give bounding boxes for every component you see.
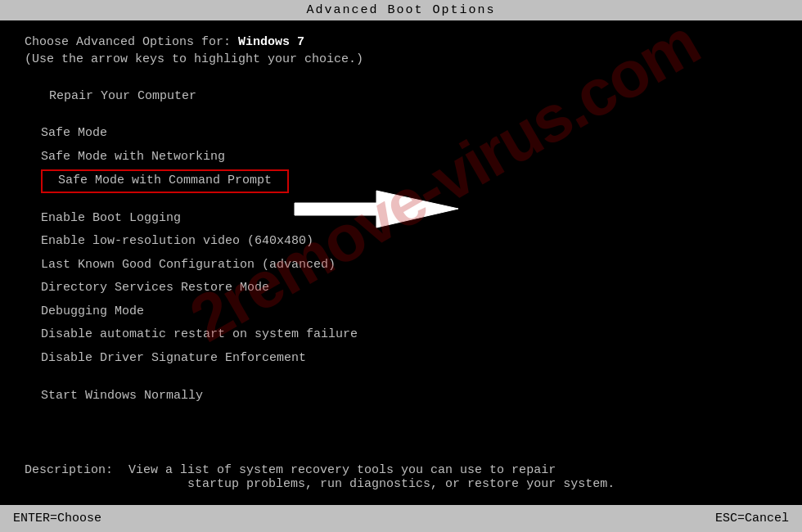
menu-item-safe-mode[interactable]: Safe Mode <box>25 123 777 145</box>
menu-item-debugging[interactable]: Debugging Mode <box>25 301 777 323</box>
last-known-good-label: Last Known Good Configuration (advanced) <box>41 258 336 272</box>
description-label: Description: <box>25 463 113 477</box>
disable-restart-label: Disable automatic restart on system fail… <box>41 327 358 341</box>
menu-item-repair[interactable]: Repair Your Computer <box>25 89 777 103</box>
safe-mode-networking-label: Safe Mode with Networking <box>41 150 225 164</box>
intro-line2: (Use the arrow keys to highlight your ch… <box>25 52 777 66</box>
menu-item-safe-mode-cmd[interactable]: Safe Mode with Command Prompt <box>41 169 289 193</box>
menu-item-disable-driver-sig[interactable]: Disable Driver Signature Enforcement <box>25 348 777 370</box>
repair-label: Repair Your Computer <box>49 89 196 103</box>
bottom-bar: ENTER=Choose ESC=Cancel <box>0 505 802 532</box>
low-res-label: Enable low-resolution video (640x480) <box>41 234 313 248</box>
menu-item-low-res[interactable]: Enable low-resolution video (640x480) <box>25 231 777 253</box>
title-bar: Advanced Boot Options <box>0 0 802 20</box>
menu-item-last-known-good[interactable]: Last Known Good Configuration (advanced) <box>25 255 777 277</box>
safe-mode-label: Safe Mode <box>41 126 107 140</box>
description-text: View a list of system recovery tools you… <box>128 463 615 491</box>
disable-driver-sig-label: Disable Driver Signature Enforcement <box>41 351 306 365</box>
menu-item-directory-services[interactable]: Directory Services Restore Mode <box>25 277 777 300</box>
intro-os: Windows 7 <box>238 35 304 49</box>
menu-item-disable-restart[interactable]: Disable automatic restart on system fail… <box>25 324 777 346</box>
esc-cancel-label: ESC=Cancel <box>715 512 789 525</box>
intro-prefix: Choose Advanced Options for: <box>25 35 238 49</box>
menu-item-start-normally[interactable]: Start Windows Normally <box>25 385 777 408</box>
directory-services-label: Directory Services Restore Mode <box>41 281 269 295</box>
main-content: Choose Advanced Options for: Windows 7 (… <box>0 35 802 408</box>
enter-choose-label: ENTER=Choose <box>13 512 101 525</box>
description-area: Description: View a list of system recov… <box>25 463 777 491</box>
menu-item-boot-logging[interactable]: Enable Boot Logging <box>25 208 777 230</box>
safe-mode-cmd-label: Safe Mode with Command Prompt <box>58 174 272 187</box>
intro-line1: Choose Advanced Options for: Windows 7 <box>25 35 777 49</box>
boot-logging-label: Enable Boot Logging <box>41 211 181 225</box>
start-normally-label: Start Windows Normally <box>41 389 203 403</box>
debugging-label: Debugging Mode <box>41 304 144 318</box>
menu-item-safe-mode-networking[interactable]: Safe Mode with Networking <box>25 147 777 169</box>
